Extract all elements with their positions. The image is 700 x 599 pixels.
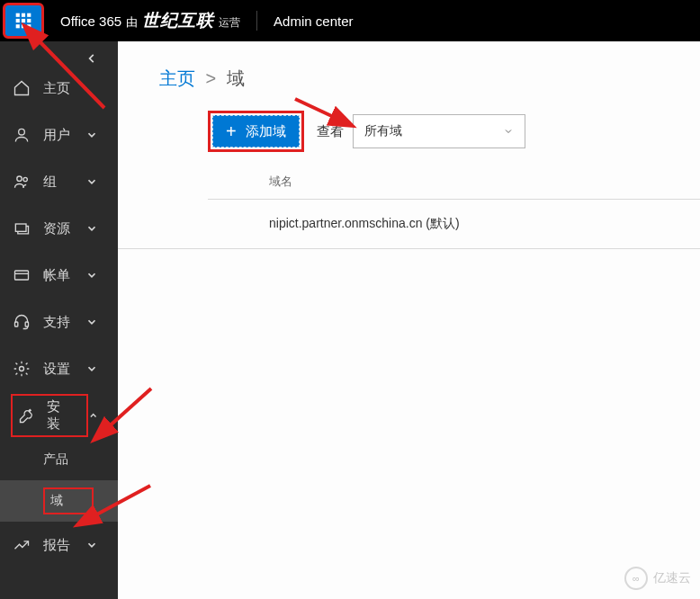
- svg-rect-5: [27, 19, 31, 22]
- chevron-down-icon: [85, 175, 98, 188]
- chevron-down-icon: [85, 269, 98, 282]
- plus-icon: +: [226, 122, 237, 140]
- main-content: 主页 > 域 + 添加域 查看 所有域 域名 nipict.partner.on…: [118, 41, 700, 599]
- nav-label: 主页: [43, 80, 70, 97]
- user-icon: [11, 126, 32, 144]
- add-domain-highlight: + 添加域: [208, 111, 304, 152]
- office-label: Office 365: [60, 13, 121, 29]
- table-header: 域名: [208, 174, 700, 200]
- svg-rect-8: [27, 24, 31, 28]
- svg-rect-6: [16, 24, 20, 28]
- breadcrumb-current: 域: [227, 68, 245, 88]
- nav-reports[interactable]: 报告: [0, 522, 118, 568]
- svg-point-17: [20, 367, 24, 371]
- app-launcher-button[interactable]: [3, 3, 44, 39]
- cn-brand: 世纪互联: [142, 9, 214, 32]
- billing-icon: [11, 266, 32, 284]
- watermark-icon: ∞: [624, 567, 648, 590]
- nav-billing[interactable]: 帐单: [0, 252, 118, 299]
- resources-icon: [11, 219, 32, 237]
- table-row[interactable]: nipict.partner.onmschina.cn (默认): [118, 200, 700, 249]
- sub-label: 产品: [43, 451, 68, 468]
- breadcrumb-home[interactable]: 主页: [159, 68, 195, 88]
- chevron-left-icon: [85, 52, 98, 65]
- admin-center-label: Admin center: [274, 13, 353, 29]
- breadcrumb: 主页 > 域: [118, 41, 700, 111]
- nav-users[interactable]: 用户: [0, 112, 118, 158]
- divider: [256, 11, 257, 31]
- svg-rect-3: [16, 19, 20, 22]
- svg-rect-16: [25, 322, 28, 326]
- svg-rect-4: [22, 19, 25, 22]
- nav-install-products[interactable]: 产品: [0, 439, 118, 480]
- svg-rect-7: [22, 24, 25, 28]
- nav-label: 报告: [43, 537, 70, 554]
- chevron-down-icon: [85, 362, 98, 375]
- support-icon: [11, 313, 32, 331]
- svg-point-9: [19, 129, 25, 135]
- sidebar-collapse-button[interactable]: [0, 41, 118, 65]
- svg-rect-0: [16, 13, 20, 17]
- svg-rect-13: [15, 271, 29, 280]
- svg-rect-15: [15, 322, 18, 326]
- nav-label: 组: [43, 174, 57, 191]
- nav-resources[interactable]: 资源: [0, 205, 118, 252]
- wrench-icon: [18, 407, 36, 425]
- gear-icon: [11, 360, 32, 378]
- nav-groups[interactable]: 组: [0, 158, 118, 205]
- nav-label: 支持: [43, 314, 70, 331]
- waffle-icon: [14, 12, 32, 30]
- nav-install[interactable]: 安装: [0, 392, 118, 439]
- nav-install-domains[interactable]: 域: [0, 480, 118, 522]
- chevron-down-icon: [85, 539, 98, 551]
- chevron-up-icon: [88, 409, 98, 422]
- chevron-down-icon: [85, 129, 98, 141]
- domain-cell: nipict.partner.onmschina.cn (默认): [269, 216, 460, 230]
- nav-label: 用户: [43, 127, 70, 144]
- toolbar: + 添加域 查看 所有域: [118, 111, 700, 152]
- home-icon: [11, 79, 32, 97]
- chevron-down-icon: [85, 316, 98, 328]
- chevron-down-icon: [85, 222, 98, 235]
- add-domain-button[interactable]: + 添加域: [212, 115, 300, 148]
- col-domain: 域名: [269, 174, 292, 188]
- groups-icon: [11, 173, 32, 191]
- brand-block: Office 365 由 世纪互联 运营: [60, 9, 240, 32]
- svg-rect-1: [22, 13, 25, 17]
- nav-label: 帐单: [43, 267, 70, 284]
- nav-label: 资源: [43, 220, 70, 237]
- nav-support[interactable]: 支持: [0, 299, 118, 345]
- chevron-down-icon: [503, 126, 514, 137]
- svg-point-11: [23, 177, 27, 181]
- nav-settings[interactable]: 设置: [0, 345, 118, 392]
- top-bar: Office 365 由 世纪互联 运营 Admin center: [0, 0, 700, 41]
- sub-label: 域: [50, 493, 63, 507]
- view-select-value: 所有域: [364, 123, 402, 139]
- watermark: ∞ 亿速云: [624, 567, 691, 590]
- view-select[interactable]: 所有域: [353, 114, 525, 148]
- add-domain-label: 添加域: [246, 123, 286, 140]
- sidebar: 主页 用户 组 资源 帐单 支持 设置: [0, 41, 118, 599]
- reports-icon: [11, 536, 32, 554]
- svg-point-10: [17, 176, 22, 181]
- operated-label: 运营: [219, 15, 240, 31]
- nav-label: 设置: [43, 361, 70, 378]
- nav-home[interactable]: 主页: [0, 65, 118, 112]
- watermark-text: 亿速云: [653, 570, 691, 586]
- breadcrumb-sep: >: [206, 68, 217, 88]
- svg-rect-2: [27, 13, 31, 17]
- view-label: 查看: [317, 123, 344, 140]
- svg-rect-12: [15, 224, 26, 231]
- by-label: 由: [126, 14, 138, 31]
- nav-label: 安装: [47, 398, 67, 433]
